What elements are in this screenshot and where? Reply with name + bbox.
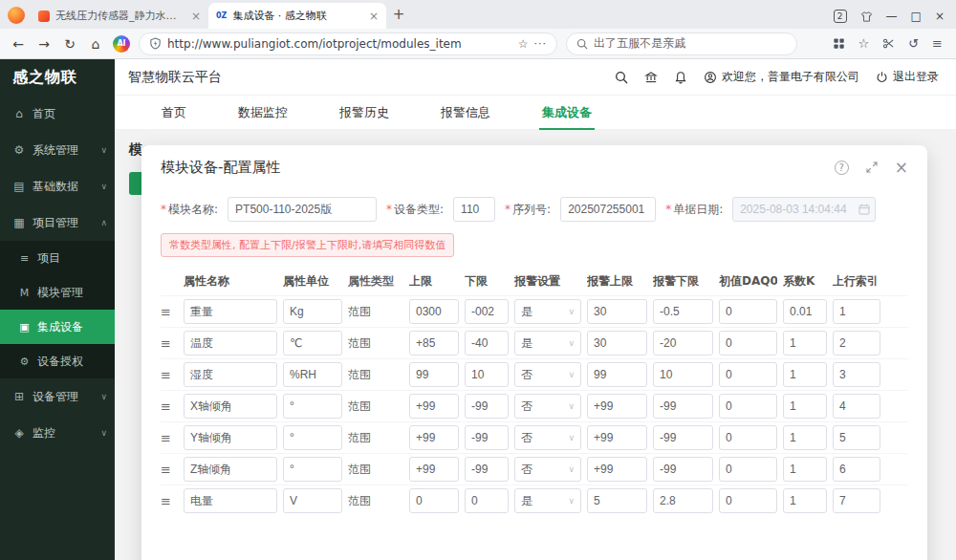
attr-unit-input[interactable] <box>283 331 342 355</box>
search-suggestion-text[interactable]: 出了五服不是亲戚 <box>594 35 685 52</box>
lower-limit-input[interactable] <box>465 488 509 513</box>
url-text[interactable]: http://www.puliangiot.com/iotproject/mod… <box>167 37 512 51</box>
fullscreen-expand-icon[interactable] <box>866 162 878 173</box>
drag-handle-icon[interactable]: ≡ <box>161 399 178 414</box>
alarm-upper-input[interactable] <box>587 457 647 482</box>
upper-limit-input[interactable] <box>409 299 459 324</box>
browser-logo-icon[interactable] <box>8 7 25 24</box>
attr-unit-input[interactable] <box>283 425 342 450</box>
attr-name-input[interactable] <box>184 457 277 482</box>
upper-limit-input[interactable] <box>409 488 459 513</box>
alarm-lower-input[interactable] <box>653 488 713 513</box>
address-more-icon[interactable]: ··· <box>534 37 548 50</box>
new-tab-button[interactable]: + <box>386 6 411 29</box>
lower-limit-input[interactable] <box>465 457 509 482</box>
serial-number-input[interactable] <box>560 197 656 222</box>
init-daq0-input[interactable] <box>719 299 777 324</box>
sidebar-item-project-mgmt[interactable]: ▦ 项目管理 ∧ <box>0 205 115 241</box>
drag-handle-icon[interactable]: ≡ <box>161 431 178 445</box>
coeff-k-input[interactable] <box>783 457 827 482</box>
theme-skin-icon[interactable] <box>860 11 873 23</box>
init-daq0-input[interactable] <box>719 425 777 450</box>
uplink-index-input[interactable] <box>833 331 880 355</box>
upper-limit-input[interactable] <box>409 331 459 355</box>
alarm-setting-select[interactable]: 否 ∨ <box>514 457 581 482</box>
upper-limit-input[interactable] <box>409 425 459 450</box>
lower-limit-input[interactable] <box>465 299 509 324</box>
refresh-button[interactable]: ↻ <box>61 36 78 52</box>
forward-button[interactable]: → <box>35 36 53 52</box>
alarm-setting-select[interactable]: 是 ∨ <box>514 299 581 324</box>
upper-limit-input[interactable] <box>409 394 459 419</box>
apps-grid-icon[interactable] <box>833 37 845 50</box>
help-icon[interactable]: ? <box>835 161 849 175</box>
sidebar-item-base-data[interactable]: ▤ 基础数据 ∨ <box>0 168 115 205</box>
site-security-icon[interactable] <box>149 37 162 50</box>
alarm-upper-input[interactable] <box>587 394 647 419</box>
uplink-index-input[interactable] <box>833 457 880 482</box>
tab-home[interactable]: 首页 <box>136 96 212 130</box>
init-daq0-input[interactable] <box>719 362 777 387</box>
coeff-k-input[interactable] <box>783 425 827 450</box>
attr-unit-input[interactable] <box>283 488 342 513</box>
browser-search-box[interactable]: 出了五服不是亲戚 <box>566 32 797 55</box>
maximize-button[interactable]: □ <box>911 10 922 23</box>
alarm-upper-input[interactable] <box>587 362 647 387</box>
attr-name-input[interactable] <box>184 331 277 355</box>
bell-icon[interactable] <box>674 71 687 84</box>
sidebar-item-device-auth[interactable]: ⚙ 设备授权 <box>0 344 115 378</box>
coeff-k-input[interactable] <box>783 488 827 513</box>
lower-limit-input[interactable] <box>465 362 509 387</box>
tab-alarm-history[interactable]: 报警历史 <box>314 96 415 130</box>
alarm-setting-select[interactable]: 是 ∨ <box>514 331 581 355</box>
attr-name-input[interactable] <box>184 488 277 513</box>
ai-assistant-icon[interactable]: AI <box>113 35 130 53</box>
attr-unit-input[interactable] <box>283 362 342 387</box>
uplink-index-input[interactable] <box>833 488 880 513</box>
alarm-setting-select[interactable]: 否 ∨ <box>514 425 581 450</box>
uplink-index-input[interactable] <box>833 425 880 450</box>
document-date-input[interactable] <box>732 197 876 222</box>
alarm-setting-select[interactable]: 是 ∨ <box>514 488 581 513</box>
tab1-close-icon[interactable]: × <box>191 10 201 23</box>
tab-integrated-device[interactable]: 集成设备 <box>516 96 618 130</box>
upper-limit-input[interactable] <box>409 457 459 482</box>
screenshot-scissors-icon[interactable] <box>882 37 895 50</box>
uplink-index-input[interactable] <box>833 299 880 324</box>
alarm-setting-select[interactable]: 否 ∨ <box>514 362 581 387</box>
date-field[interactable] <box>732 197 876 222</box>
alarm-lower-input[interactable] <box>653 362 713 387</box>
upper-limit-input[interactable] <box>409 362 459 387</box>
uplink-index-input[interactable] <box>833 362 880 387</box>
device-type-input[interactable] <box>453 197 495 222</box>
alarm-setting-select[interactable]: 否 ∨ <box>514 394 581 419</box>
alarm-upper-input[interactable] <box>587 331 647 355</box>
init-daq0-input[interactable] <box>719 331 777 355</box>
lower-limit-input[interactable] <box>465 394 509 419</box>
alarm-upper-input[interactable] <box>587 425 647 450</box>
attr-name-input[interactable] <box>184 362 277 387</box>
coeff-k-input[interactable] <box>783 394 827 419</box>
drag-handle-icon[interactable]: ≡ <box>161 463 178 477</box>
lower-limit-input[interactable] <box>465 425 509 450</box>
init-daq0-input[interactable] <box>719 457 777 482</box>
undo-icon[interactable]: ↺ <box>908 36 919 51</box>
bookmark-star-icon[interactable]: ☆ <box>518 37 529 51</box>
close-window-button[interactable]: × <box>935 10 945 23</box>
coeff-k-input[interactable] <box>783 299 827 324</box>
sidebar-item-home[interactable]: ⌂ 首页 <box>0 96 115 132</box>
alarm-upper-input[interactable] <box>587 299 647 324</box>
sidebar-item-system[interactable]: ⚙ 系统管理 ∨ <box>0 132 115 168</box>
address-bar[interactable]: http://www.puliangiot.com/iotproject/mod… <box>139 32 557 55</box>
attr-name-input[interactable] <box>184 299 277 324</box>
alarm-lower-input[interactable] <box>653 394 713 419</box>
alarm-lower-input[interactable] <box>653 299 713 324</box>
bank-icon[interactable] <box>644 71 658 84</box>
alarm-upper-input[interactable] <box>587 488 647 513</box>
drag-handle-icon[interactable]: ≡ <box>161 305 178 319</box>
attr-unit-input[interactable] <box>283 457 342 482</box>
attr-name-input[interactable] <box>184 425 277 450</box>
logout-button[interactable]: 退出登录 <box>876 69 939 85</box>
coeff-k-input[interactable] <box>783 362 827 387</box>
tab2-close-icon[interactable]: × <box>369 10 379 23</box>
